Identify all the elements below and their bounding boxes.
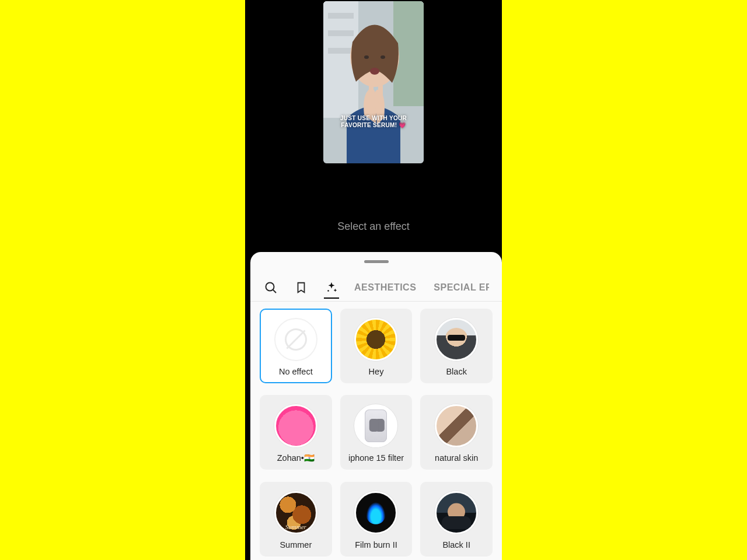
sunflower-icon [354,318,397,361]
svg-point-8 [381,55,385,59]
no-effect-icon [274,318,317,361]
sheet-grabber[interactable] [364,260,389,263]
effect-card-iphone15[interactable]: iphone 15 filter [340,395,413,470]
svg-point-14 [327,290,329,292]
svg-point-7 [364,55,369,59]
phone-icon [354,404,397,447]
video-caption: JUST USE WITH YOUR FAVORITE SERUM! 💗 [323,115,424,129]
effect-label: Zohan•🇮🇳 [275,453,317,463]
effect-card-no-effect[interactable]: No effect [260,309,332,383]
bookmark-icon[interactable] [294,280,309,295]
video-caption-line2: FAVORITE SERUM! 💗 [323,122,424,129]
effect-label: Film burn II [352,540,400,550]
tab-aesthetics[interactable]: AESTHETICS [354,282,416,293]
video-caption-line1: JUST USE WITH YOUR [323,115,424,122]
effects-grid: No effect Hey Black Zohan•🇮🇳 iphone 15 f… [250,302,502,560]
svg-rect-2 [328,13,354,19]
effect-card-black-2[interactable]: Black II [420,482,493,556]
effect-label: iphone 15 filter [346,453,406,463]
effects-sheet: AESTHETICS SPECIAL EFFECTS No effect Hey… [250,252,502,560]
search-icon[interactable] [263,280,278,295]
video-preview[interactable]: JUST USE WITH YOUR FAVORITE SERUM! 💗 [323,1,424,163]
effect-label: Hey [366,367,386,376]
tab-special-effects[interactable]: SPECIAL EFFECTS [434,282,489,293]
svg-point-12 [266,282,274,290]
avatar-icon [274,404,317,447]
svg-rect-11 [378,84,383,104]
effect-card-hey[interactable]: Hey [340,309,413,383]
effect-card-zohan[interactable]: Zohan•🇮🇳 [260,395,332,470]
svg-rect-3 [328,30,354,36]
svg-rect-10 [369,83,374,103]
category-tabs[interactable]: AESTHETICS SPECIAL EFFECTS [354,282,489,293]
effect-label: Summer [277,540,314,550]
effect-label: No effect [277,367,315,376]
effect-label: Black II [440,540,473,550]
flame-icon [354,491,397,534]
select-effect-prompt: Select an effect [245,220,502,233]
svg-point-9 [370,68,379,75]
effect-card-film-burn-2[interactable]: Film burn II [340,482,413,556]
phone-frame: JUST USE WITH YOUR FAVORITE SERUM! 💗 Sel… [245,0,502,560]
svg-line-13 [273,289,277,293]
svg-rect-4 [328,48,354,54]
video-preview-illustration [323,1,424,163]
avatar-icon [435,491,478,534]
effect-label: Black [444,367,469,376]
avatar-icon [435,404,478,447]
sparkle-icon[interactable] [324,284,339,299]
effect-card-natural-skin[interactable]: natural skin [420,395,493,470]
effect-label: natural skin [432,453,480,463]
preview-area: JUST USE WITH YOUR FAVORITE SERUM! 💗 Sel… [245,0,502,254]
avatar-icon [435,318,478,361]
thumb-overlay-text: Summer [276,523,316,530]
effect-card-summer[interactable]: Summer Summer [260,482,332,556]
flowers-icon: Summer [274,491,317,534]
effects-tab-bar: AESTHETICS SPECIAL EFFECTS [250,274,502,302]
effect-card-black[interactable]: Black [420,309,493,383]
